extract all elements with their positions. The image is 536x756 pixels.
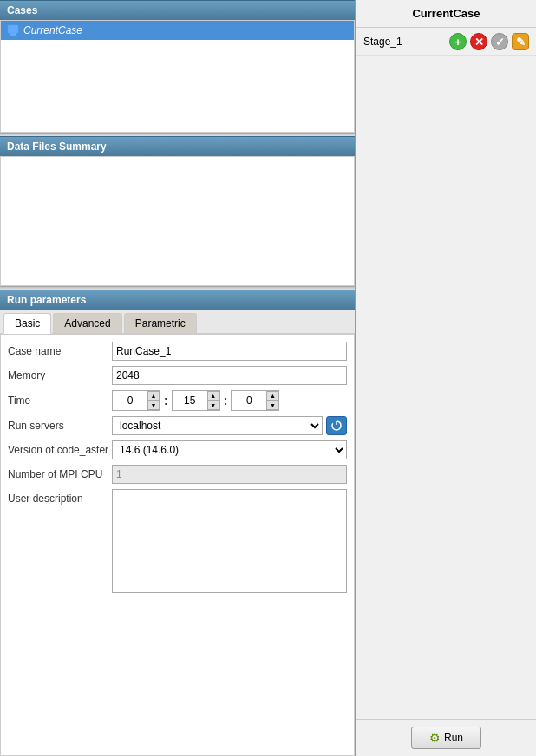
stage-note-icon[interactable]: ✎ xyxy=(512,33,529,50)
run-button[interactable]: ⚙ Run xyxy=(411,727,481,749)
tab-parametric[interactable]: Parametric xyxy=(124,313,197,333)
user-desc-textarea[interactable] xyxy=(112,489,347,593)
stage-icons: + ✕ ✓ ✎ xyxy=(449,33,529,50)
case-name-input[interactable] xyxy=(112,342,347,361)
stage-check-icon[interactable]: ✓ xyxy=(491,33,508,50)
time-hours-input[interactable] xyxy=(113,391,147,410)
stage-label: Stage_1 xyxy=(363,36,449,48)
left-panel: Cases CurrentCase · · · Data Files Summa… xyxy=(0,0,356,756)
case-item-currentcase[interactable]: CurrentCase xyxy=(1,21,354,40)
memory-input[interactable] xyxy=(112,366,347,385)
svg-rect-2 xyxy=(10,35,16,36)
time-seconds-up[interactable]: ▲ xyxy=(266,391,278,401)
time-minutes-input[interactable] xyxy=(173,391,207,410)
run-servers-row: Run servers localhost xyxy=(8,416,347,435)
stage-stop-icon[interactable]: ✕ xyxy=(470,33,487,50)
server-refresh-button[interactable] xyxy=(326,416,347,435)
time-hours-down[interactable]: ▼ xyxy=(147,401,160,410)
time-seconds-down[interactable]: ▼ xyxy=(266,401,278,410)
stage-row: Stage_1 + ✕ ✓ ✎ xyxy=(356,28,536,56)
time-hours-up[interactable]: ▲ xyxy=(147,391,160,401)
mpi-cpu-row: Number of MPI CPU xyxy=(8,465,347,484)
version-label: Version of code_aster xyxy=(8,444,112,456)
data-files-header: Data Files Summary xyxy=(0,136,355,156)
power-icon xyxy=(330,420,343,432)
run-servers-select[interactable]: localhost xyxy=(112,416,323,435)
time-row: Time ▲ ▼ : ▲ xyxy=(8,390,347,411)
version-row: Version of code_aster 14.6 (14.6.0) xyxy=(8,440,347,459)
time-seconds-input[interactable] xyxy=(232,391,266,410)
time-hours-spinner-btns: ▲ ▼ xyxy=(147,391,160,410)
run-params-section: Run parameters Basic Advanced Parametric… xyxy=(0,290,355,756)
time-label: Time xyxy=(8,394,112,407)
time-seconds-spinner-btns: ▲ ▼ xyxy=(266,391,278,410)
case-item-icon xyxy=(6,23,20,37)
tabs-bar: Basic Advanced Parametric xyxy=(0,310,355,334)
tab-advanced[interactable]: Advanced xyxy=(53,313,121,333)
memory-row: Memory xyxy=(8,366,347,385)
run-params-header: Run parameters xyxy=(0,290,355,310)
time-sep-2: : xyxy=(224,394,228,407)
run-btn-area: ⚙ Run xyxy=(356,719,536,756)
time-minutes-spinner: ▲ ▼ xyxy=(172,390,220,411)
case-name-label: Case name xyxy=(8,345,112,357)
svg-rect-1 xyxy=(10,33,16,35)
right-panel-spacer xyxy=(356,56,536,719)
cases-header: Cases xyxy=(0,0,355,20)
version-select[interactable]: 14.6 (14.6.0) xyxy=(112,440,347,459)
right-panel-title: CurrentCase xyxy=(356,0,536,28)
server-row: localhost xyxy=(112,416,347,435)
stage-add-icon[interactable]: + xyxy=(449,33,467,50)
time-minutes-up[interactable]: ▲ xyxy=(207,391,219,401)
time-sep-1: : xyxy=(164,394,168,407)
mpi-cpu-input[interactable] xyxy=(112,465,347,484)
case-name-row: Case name xyxy=(8,342,347,361)
time-seconds-spinner: ▲ ▼ xyxy=(231,390,279,411)
memory-label: Memory xyxy=(8,369,112,381)
run-gear-icon: ⚙ xyxy=(429,731,441,745)
case-item-label: CurrentCase xyxy=(23,24,82,36)
data-files-section: Data Files Summary · · · xyxy=(0,136,355,290)
right-panel: CurrentCase Stage_1 + ✕ ✓ ✎ ⚙ Run xyxy=(356,0,536,756)
time-hours-spinner: ▲ ▼ xyxy=(112,390,160,411)
user-desc-label: User description xyxy=(8,489,112,505)
data-files-content xyxy=(0,156,355,286)
mpi-cpu-label: Number of MPI CPU xyxy=(8,468,112,480)
cases-list: CurrentCase xyxy=(0,20,355,133)
run-servers-label: Run servers xyxy=(8,420,112,432)
time-minutes-spinner-btns: ▲ ▼ xyxy=(207,391,219,410)
time-fields: ▲ ▼ : ▲ ▼ : xyxy=(112,390,347,411)
cases-section: Cases CurrentCase · · · xyxy=(0,0,355,136)
time-minutes-down[interactable]: ▼ xyxy=(207,401,219,410)
user-desc-row: User description xyxy=(8,489,347,593)
run-button-label: Run xyxy=(444,732,463,744)
tab-basic[interactable]: Basic xyxy=(3,313,51,334)
svg-rect-0 xyxy=(8,25,18,33)
params-content: Case name Memory Time ▲ ▼ xyxy=(0,334,355,756)
